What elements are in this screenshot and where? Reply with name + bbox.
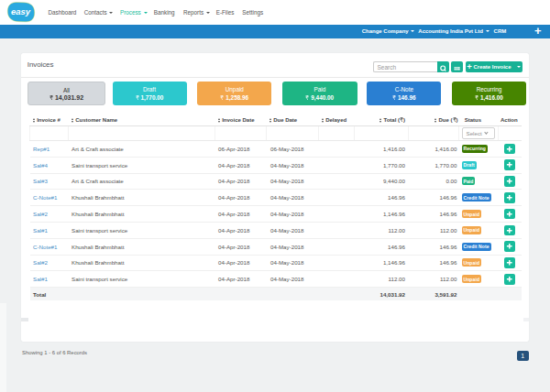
svg-text:easy: easy — [11, 6, 31, 16]
